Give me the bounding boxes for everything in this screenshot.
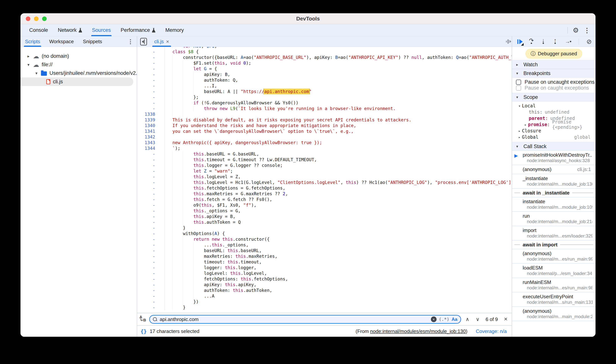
step-out-icon[interactable]: ↑• (553, 38, 557, 45)
line-gutter[interactable]: 1339 (137, 117, 165, 123)
navigator-tab-snippets[interactable]: Snippets (78, 36, 107, 47)
tree-item-file-scheme[interactable]: ▾ ☁ file:// (20, 60, 137, 69)
scope-section-header[interactable]: ▾ Scope (512, 93, 596, 102)
clear-search-icon[interactable]: × (431, 316, 437, 322)
line-gutter[interactable]: 1344 (137, 145, 165, 151)
search-input[interactable]: × (.*) Aa (149, 315, 461, 324)
line-gutter[interactable]: - (137, 94, 165, 100)
line-gutter[interactable]: - (137, 196, 165, 202)
tab-network[interactable]: Network (53, 24, 87, 36)
source-code-viewer[interactable]: -var Xs0, $F1;-class $8 {-constructor({b… (137, 47, 512, 313)
step-into-icon[interactable]: ↓• (541, 38, 546, 45)
line-gutter[interactable]: - (137, 219, 165, 225)
tab-memory[interactable]: Memory (160, 24, 189, 36)
breakpoints-section-header[interactable]: ▾ Breakpoints (512, 69, 596, 78)
scope-variable[interactable]: ▸promise:Promise {<pending>} (512, 121, 596, 128)
minimize-window-button[interactable] (34, 16, 39, 21)
call-stack-frame[interactable]: executeUserEntryPointnode:internal/m...s… (512, 292, 596, 307)
tree-item-folder[interactable]: ▾ Users/jinhuilee/.nvm/versions/node/v2.… (20, 69, 137, 78)
line-gutter[interactable]: - (137, 66, 165, 72)
regex-toggle-icon[interactable]: (.*) (439, 317, 449, 322)
step-over-icon[interactable]: ↷• (529, 38, 534, 45)
tab-console[interactable]: Console (24, 24, 53, 36)
line-gutter[interactable]: - (137, 299, 165, 305)
tab-performance[interactable]: Performance (116, 24, 160, 36)
line-gutter[interactable]: - (137, 89, 165, 94)
line-gutter[interactable]: - (137, 49, 165, 54)
line-gutter[interactable]: - (137, 174, 165, 180)
editor-tab-cli-js[interactable]: cli.js × (150, 36, 173, 47)
line-gutter[interactable]: - (137, 191, 165, 196)
call-stack-frame[interactable]: loadESMnode:internal/p.../esm_loader:34 (512, 264, 596, 278)
tree-item-cli-js[interactable]: cli.js (20, 78, 133, 86)
zoom-window-button[interactable] (42, 16, 47, 21)
step-icon[interactable]: →• (565, 39, 571, 44)
line-gutter[interactable]: 1338 (137, 111, 165, 117)
line-gutter[interactable]: - (137, 72, 165, 77)
line-gutter[interactable]: - (137, 271, 165, 276)
replace-toggle-icon[interactable]: A ↳ B (139, 315, 147, 324)
line-gutter[interactable]: 1340 (137, 123, 165, 128)
line-gutter[interactable]: - (137, 259, 165, 265)
line-gutter[interactable]: - (137, 60, 165, 66)
close-window-button[interactable] (26, 16, 30, 21)
line-gutter[interactable]: - (137, 106, 165, 111)
chevron-down-icon[interactable]: ▾ (27, 63, 30, 67)
line-gutter[interactable]: - (137, 77, 165, 83)
call-stack-frame[interactable]: (anonymous)node:internal/m...main_module… (512, 307, 596, 321)
call-stack-frame[interactable]: runnode:internal/m...module_job:214 (512, 212, 596, 226)
line-gutter[interactable]: - (137, 83, 165, 89)
more-options-icon[interactable]: ⋮ (584, 26, 590, 34)
line-gutter[interactable]: - (137, 208, 165, 214)
line-gutter[interactable]: - (137, 287, 165, 293)
chevron-right-icon[interactable]: ▸ (523, 123, 528, 127)
hide-debugger-sidebar-icon[interactable] (507, 39, 509, 44)
line-gutter[interactable]: - (137, 100, 165, 106)
line-gutter[interactable]: - (137, 276, 165, 282)
call-stack-frame[interactable]: runMainESMnode:internal/m...es/run_main:… (512, 278, 596, 292)
line-gutter[interactable]: - (137, 225, 165, 231)
call-stack-frame[interactable]: importnode:internal/m...esm/loader:329 (512, 226, 596, 241)
next-match-icon[interactable]: ∨ (474, 316, 481, 322)
call-stack-frame[interactable]: instantiatenode:internal/m...module_job:… (512, 197, 596, 212)
tree-item-no-domain[interactable]: ▸ ☁ (no domain) (20, 52, 137, 60)
search-text-field[interactable] (160, 316, 429, 322)
line-gutter[interactable]: - (137, 236, 165, 242)
call-stack-frame[interactable]: (anonymous)cli.js:1 (512, 165, 596, 174)
call-stack-frame[interactable]: (anonymous)node:internal/m...es/run_main… (512, 249, 596, 264)
line-gutter[interactable]: 1342 (137, 134, 165, 140)
resume-script-icon[interactable] (517, 39, 522, 44)
line-gutter[interactable]: - (137, 180, 165, 185)
call-stack-frame[interactable]: _instantiatenode:internal/m...module_job… (512, 174, 596, 189)
line-gutter[interactable]: - (137, 231, 165, 236)
deactivate-breakpoints-icon[interactable]: ⊘ (587, 38, 592, 45)
line-gutter[interactable]: - (137, 54, 165, 60)
line-gutter[interactable]: - (137, 202, 165, 208)
scope-global[interactable]: ▸ Global global (512, 134, 596, 140)
settings-gear-icon[interactable]: ⚙ (573, 26, 579, 34)
chevron-right-icon[interactable]: ▸ (27, 54, 30, 59)
line-gutter[interactable]: - (137, 293, 165, 299)
close-tab-icon[interactable]: × (166, 39, 169, 45)
navigator-tab-workspace[interactable]: Workspace (44, 36, 78, 47)
checkbox[interactable] (516, 79, 521, 85)
close-find-bar-icon[interactable]: × (502, 315, 509, 323)
line-gutter[interactable]: - (137, 162, 165, 168)
match-case-toggle-icon[interactable]: Aa (452, 317, 457, 322)
tab-sources[interactable]: Sources (87, 24, 116, 36)
coverage-link[interactable]: Coverage: n/a (476, 328, 507, 334)
line-gutter[interactable]: - (137, 157, 165, 162)
line-gutter[interactable]: - (137, 265, 165, 271)
navigator-tab-scripts[interactable]: Scripts (20, 36, 44, 47)
pretty-print-icon[interactable]: {} (140, 328, 147, 334)
line-gutter[interactable]: - (137, 168, 165, 174)
hide-navigator-icon[interactable] (140, 38, 147, 45)
line-gutter[interactable]: - (137, 151, 165, 157)
previous-match-icon[interactable]: ∧ (464, 316, 471, 322)
chevron-down-icon[interactable]: ▾ (35, 71, 38, 76)
line-gutter[interactable]: - (137, 253, 165, 259)
line-gutter[interactable]: - (137, 248, 165, 253)
callstack-section-header[interactable]: ▾ Call Stack (512, 142, 596, 151)
scope-variable[interactable]: this:undefined (512, 109, 596, 115)
scope-local[interactable]: ▾ Local (512, 103, 596, 109)
